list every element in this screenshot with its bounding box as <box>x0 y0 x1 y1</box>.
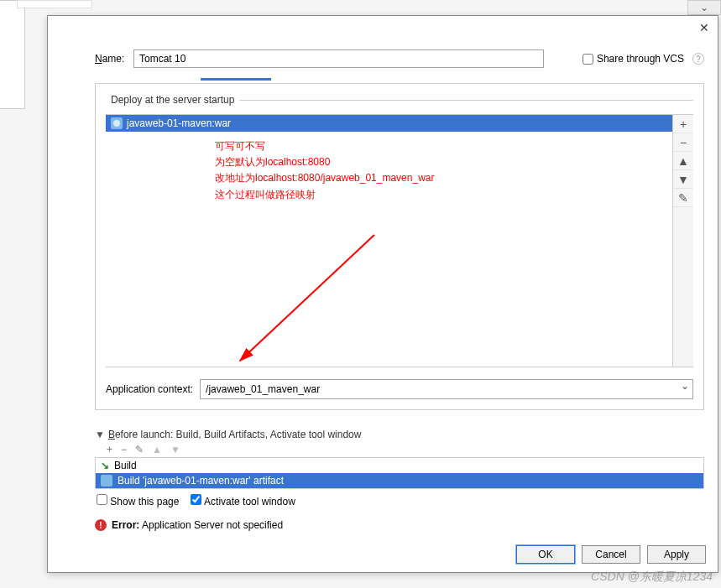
active-tab-indicator <box>201 78 271 81</box>
error-icon: ! <box>95 519 107 531</box>
anno-2: 为空默认为localhost:8080 <box>215 154 434 170</box>
app-context-input[interactable] <box>201 380 677 398</box>
anno-3: 改地址为localhost:8080/javaweb_01_maven_war <box>215 170 434 186</box>
artifact-side-buttons: + − ▲ ▼ ✎ <box>673 115 693 367</box>
deployment-panel: Deploy at the server startup javaweb-01-… <box>95 83 704 410</box>
hammer-icon: ↘ <box>101 460 109 471</box>
artifact-body: 可写可不写 为空默认为localhost:8080 改地址为localhost:… <box>106 132 672 367</box>
app-context-row: Application context: ⌄ <box>106 379 693 399</box>
before-launch-list[interactable]: ↘ Build Build 'javaweb-01-maven:war' art… <box>95 457 704 489</box>
close-icon[interactable]: ✕ <box>699 21 709 34</box>
activate-tool-checkbox[interactable]: Activate tool window <box>191 494 295 507</box>
svg-line-1 <box>240 235 374 361</box>
anno-4: 这个过程叫做路径映射 <box>215 187 434 203</box>
anno-1: 可写可不写 <box>215 138 434 154</box>
apply-button[interactable]: Apply <box>647 545 706 564</box>
error-text: Error: Application Server not specified <box>112 519 283 531</box>
app-context-dropdown-icon[interactable]: ⌄ <box>677 380 692 398</box>
bl-checks-row: Show this page Activate tool window <box>95 489 704 513</box>
artifact-icon <box>101 475 112 487</box>
dialog-buttons: OK Cancel Apply <box>516 545 706 564</box>
add-artifact-button[interactable]: + <box>673 115 693 133</box>
artifact-box: javaweb-01-maven:war 可写可不写 为空默认为localhos… <box>106 114 693 367</box>
right-dropdown-stub[interactable]: ⌄ <box>687 0 721 15</box>
svg-point-0 <box>113 120 120 127</box>
arrow-annotation <box>232 231 383 382</box>
show-page-checkbox[interactable]: Show this page <box>97 494 179 507</box>
up-artifact-button[interactable]: ▲ <box>673 152 693 170</box>
share-vcs-box[interactable] <box>583 54 593 65</box>
watermark: CSDN @东暖夏凉1234 <box>591 570 713 585</box>
ok-button[interactable]: OK <box>516 545 575 564</box>
edit-artifact-button[interactable]: ✎ <box>673 189 693 207</box>
share-vcs-checkbox[interactable]: Share through VCS <box>583 53 684 65</box>
down-artifact-button[interactable]: ▼ <box>673 170 693 189</box>
chevron-down-icon: ⌄ <box>700 2 708 13</box>
bl-up-button[interactable]: ▲ <box>152 444 162 455</box>
error-row: ! Error: Application Server not specifie… <box>95 519 704 531</box>
bl-artifact-label: Build 'javaweb-01-maven:war' artifact <box>118 475 284 487</box>
artifact-row-selected[interactable]: javaweb-01-maven:war <box>106 115 672 132</box>
name-row: Name: Share through VCS ? <box>48 16 718 68</box>
activate-tool-label: Activate tool window <box>204 496 295 507</box>
share-vcs-label: Share through VCS <box>597 53 684 65</box>
bl-down-button[interactable]: ▼ <box>170 444 180 455</box>
before-launch-section: ▼ Before launch: Build, Build Artifacts,… <box>95 429 704 513</box>
before-launch-toolbar: + − ✎ ▲ ▼ <box>95 440 704 457</box>
deploy-legend: Deploy at the server startup <box>106 94 239 106</box>
bl-remove-button[interactable]: − <box>121 444 127 455</box>
bl-row-artifact[interactable]: Build 'javaweb-01-maven:war' artifact <box>96 473 703 488</box>
bl-edit-button[interactable]: ✎ <box>135 444 144 455</box>
deploy-startup-group: Deploy at the server startup javaweb-01-… <box>106 94 693 367</box>
annotation-text: 可写可不写 为空默认为localhost:8080 改地址为localhost:… <box>215 138 434 203</box>
cancel-button[interactable]: Cancel <box>582 545 640 564</box>
top-panel-stub <box>17 0 92 8</box>
bl-row-build[interactable]: ↘ Build <box>96 458 703 473</box>
before-launch-title: efore launch: Build, Build Artifacts, Ac… <box>115 429 362 440</box>
artifact-label: javaweb-01-maven:war <box>127 117 231 129</box>
artifact-icon <box>111 117 123 129</box>
left-panel-stub <box>0 0 25 109</box>
bl-build-label: Build <box>114 460 137 471</box>
run-config-dialog: ✕ Name: Share through VCS ? Deploy at th… <box>47 15 718 573</box>
collapse-caret-icon: ▼ <box>95 429 105 440</box>
bl-add-button[interactable]: + <box>107 444 112 455</box>
show-page-label: Show this page <box>110 496 179 507</box>
before-launch-header[interactable]: ▼ Before launch: Build, Build Artifacts,… <box>95 429 704 440</box>
app-context-label: Application context: <box>106 383 193 395</box>
remove-artifact-button[interactable]: − <box>673 133 693 152</box>
artifact-list[interactable]: javaweb-01-maven:war 可写可不写 为空默认为localhos… <box>106 115 673 367</box>
help-icon[interactable]: ? <box>692 53 704 65</box>
name-input[interactable] <box>133 49 544 68</box>
name-label: Name: <box>95 53 128 65</box>
